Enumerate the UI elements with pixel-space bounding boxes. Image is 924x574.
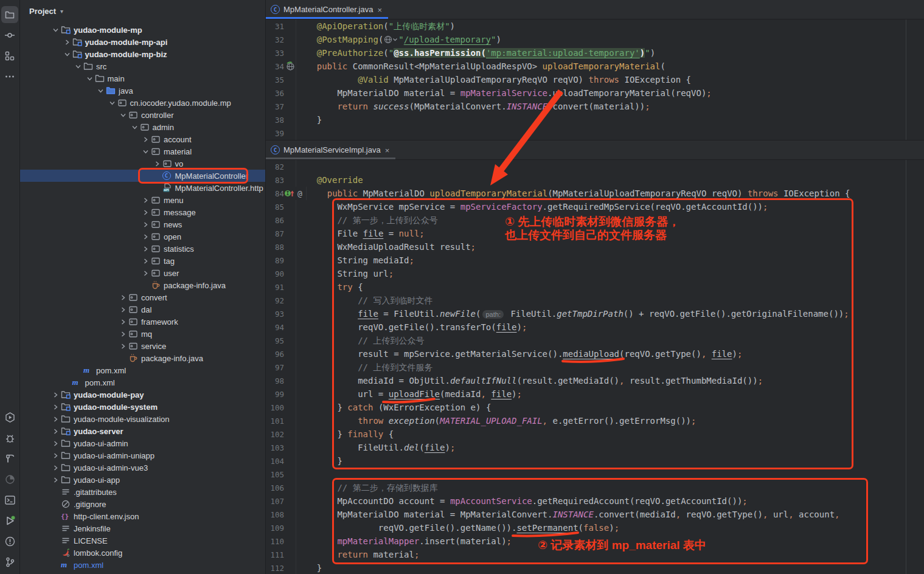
tree-item-license[interactable]: LICENSE <box>20 534 265 547</box>
chevron-expanded-icon[interactable] <box>141 149 151 154</box>
chevron-collapsed-icon[interactable] <box>141 137 151 142</box>
tree-item--gitignore[interactable]: .gitignore <box>20 498 265 510</box>
profiler-tool-button[interactable] <box>1 471 18 488</box>
terminal-tool-button[interactable] <box>1 491 18 508</box>
chevron-collapsed-icon[interactable] <box>141 258 151 264</box>
tree-item-jenkinsfile[interactable]: Jenkinsfile <box>20 522 265 534</box>
chevron-collapsed-icon[interactable] <box>62 40 72 45</box>
chevron-collapsed-icon[interactable] <box>50 477 61 483</box>
tree-item-statistics[interactable]: statistics <box>20 243 265 255</box>
tree-item-src[interactable]: src <box>20 60 265 72</box>
tree-item-tag[interactable]: tag <box>20 255 265 267</box>
chevron-collapsed-icon[interactable] <box>118 331 128 337</box>
chevron-expanded-icon[interactable] <box>85 76 95 81</box>
chevron-collapsed-icon[interactable] <box>50 392 61 398</box>
code-line-98[interactable]: 98 mediaId = ObjUtil.defaultIfNull(resul… <box>266 374 924 387</box>
code-line-99[interactable]: 99 url = uploadFile(mediaId, file); <box>266 387 924 401</box>
code-line-102[interactable]: 102 } finally { <box>266 427 924 441</box>
code-line-96[interactable]: 96 result = mpService.getMaterialService… <box>266 347 924 361</box>
code-line-101[interactable]: 101 throw exception(MATERIAL_UPLOAD_FAIL… <box>266 414 924 427</box>
chevron-collapsed-icon[interactable] <box>141 222 151 227</box>
tree-item-dal[interactable]: dal <box>20 303 265 316</box>
chevron-collapsed-icon[interactable] <box>152 161 162 167</box>
code-line-95[interactable]: 95 // 上传到公众号 <box>266 334 924 347</box>
tree-item-pom-xml[interactable]: mpom.xml <box>20 559 265 571</box>
code-line-90[interactable]: 90 String url; <box>266 267 924 280</box>
services-tool-button[interactable] <box>1 409 18 426</box>
code-line-38[interactable]: 38 } <box>266 113 924 126</box>
code-line-111[interactable]: 111 return material; <box>266 548 924 561</box>
code-line-86[interactable]: 86 // 第一步，上传到公众号 <box>266 213 924 227</box>
code-line-39[interactable]: 39 <box>266 126 924 140</box>
tree-item--gitattributes[interactable]: .gitattributes <box>20 486 265 498</box>
build-tool-button[interactable] <box>1 450 18 467</box>
tree-item-yudao-module-visualization[interactable]: yudao-module-visualization <box>20 413 265 425</box>
code-line-105[interactable]: 105 <box>266 468 924 481</box>
code-line-37[interactable]: 37 return success(MpMaterialConvert.INST… <box>266 100 924 113</box>
code-line-109[interactable]: 109 reqVO.getFile().getName()).setPerman… <box>266 521 924 534</box>
chevron-collapsed-icon[interactable] <box>141 234 151 240</box>
tree-item-pom-xml[interactable]: mpom.xml <box>20 376 265 389</box>
tree-item-yudao-ui-admin-uniapp[interactable]: yudao-ui-admin-uniapp <box>20 449 265 462</box>
chevron-collapsed-icon[interactable] <box>118 319 128 325</box>
tree-item-yudao-module-mp[interactable]: yudao-module-mp <box>20 24 265 36</box>
chevron-expanded-icon[interactable] <box>130 125 140 130</box>
code-line-104[interactable]: 104 } <box>266 454 924 468</box>
code-line-32[interactable]: 32 @PostMapping("/upload-temporary") <box>266 33 924 46</box>
code-line-92[interactable]: 92 // 写入到临时文件 <box>266 294 924 307</box>
tree-item-package-info-java[interactable]: package-info.java <box>20 279 265 291</box>
code-line-108[interactable]: 108 MpMaterialDO material = MpMaterialCo… <box>266 508 924 521</box>
tree-item-user[interactable]: user <box>20 267 265 279</box>
tree-item-yudao-ui-admin-vue3[interactable]: yudao-ui-admin-vue3 <box>20 462 265 474</box>
tree-item-yudao-module-mp-biz[interactable]: yudao-module-mp-biz <box>20 48 265 60</box>
run-tool-button[interactable] <box>1 512 18 529</box>
tree-item-open[interactable]: open <box>20 230 265 243</box>
code-line-94[interactable]: 94 reqVO.getFile().transferTo(file); <box>266 320 924 334</box>
project-tool-button[interactable] <box>1 6 18 23</box>
tree-item-yudao-ui-admin[interactable]: yudao-ui-admin <box>20 437 265 449</box>
chevron-collapsed-icon[interactable] <box>50 404 61 410</box>
chevron-expanded-icon[interactable] <box>62 52 72 57</box>
code-line-33[interactable]: 33 @PreAuthorize("@ss.hasPermission('mp:… <box>266 46 924 60</box>
code-line-107[interactable]: 107 MpAccountDO account = mpAccountServi… <box>266 494 924 508</box>
tree-item-main[interactable]: main <box>20 72 265 85</box>
tree-item-yudao-module-pay[interactable]: yudao-module-pay <box>20 389 265 401</box>
close-tab-icon[interactable]: × <box>377 5 382 15</box>
debug-tool-button[interactable] <box>1 429 18 446</box>
tree-item-mq[interactable]: mq <box>20 328 265 340</box>
tree-item-mpmaterialcontroller-http[interactable]: APIMpMaterialController.http <box>20 182 265 194</box>
commit-tool-button[interactable] <box>1 27 18 44</box>
tree-item-yudao-module-system[interactable]: yudao-module-system <box>20 401 265 413</box>
tree-item-pom-xml[interactable]: mpom.xml <box>20 364 265 376</box>
tree-item-yudao-ui-app[interactable]: yudao-ui-app <box>20 474 265 486</box>
code-line-35[interactable]: 35 @Valid MpMaterialUploadTemporaryReqVO… <box>266 73 924 86</box>
chevron-collapsed-icon[interactable] <box>50 417 61 422</box>
code-line-110[interactable]: 110 mpMaterialMapper.insert(material); <box>266 534 924 548</box>
code-line-36[interactable]: 36 MpMaterialDO material = mpMaterialSer… <box>266 86 924 100</box>
code-line-100[interactable]: 100 } catch (WxErrorException e) { <box>266 401 924 414</box>
project-panel-header[interactable]: Project ▾ <box>20 0 265 22</box>
editor-mpmaterialserviceimpl[interactable]: 8283 @Override84I@ public MpMaterialDO u… <box>266 160 924 574</box>
chevron-expanded-icon[interactable] <box>73 64 83 69</box>
tree-item-news[interactable]: news <box>20 218 265 230</box>
chevron-expanded-icon[interactable] <box>107 100 117 106</box>
chevron-expanded-icon[interactable] <box>118 112 128 118</box>
code-line-112[interactable]: 112 } <box>266 561 924 574</box>
tree-item-framework[interactable]: framework <box>20 316 265 328</box>
code-line-85[interactable]: 85 WxMpService mpService = mpServiceFact… <box>266 200 924 213</box>
tree-item-java[interactable]: java <box>20 85 265 97</box>
editor-tab-mpmaterialcontroller[interactable]: C MpMaterialController.java × <box>266 0 388 19</box>
code-line-87[interactable]: 87 File file = null; <box>266 227 924 240</box>
code-line-93[interactable]: 93 file = FileUtil.newFile(path: FileUti… <box>266 307 924 320</box>
code-line-83[interactable]: 83 @Override <box>266 173 924 187</box>
code-line-97[interactable]: 97 // 上传到文件服务 <box>266 361 924 374</box>
code-line-106[interactable]: 106 // 第二步，存储到数据库 <box>266 481 924 494</box>
chevron-collapsed-icon[interactable] <box>50 453 61 458</box>
tree-item-account[interactable]: account <box>20 133 265 145</box>
problems-tool-button[interactable] <box>1 533 18 550</box>
chevron-collapsed-icon[interactable] <box>141 198 151 203</box>
tree-item-controller[interactable]: controller <box>20 109 265 121</box>
tree-item-convert[interactable]: convert <box>20 291 265 303</box>
code-line-84[interactable]: 84I@ public MpMaterialDO uploadTemporary… <box>266 187 924 200</box>
tree-item-material[interactable]: material <box>20 145 265 157</box>
